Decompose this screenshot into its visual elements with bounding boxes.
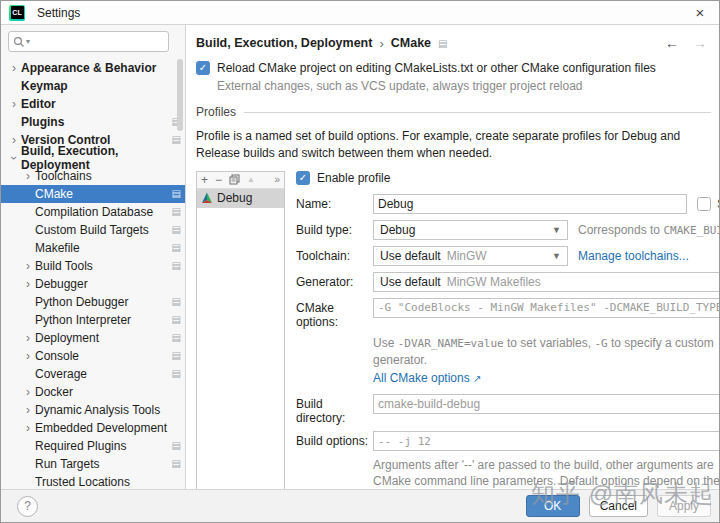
sidebar-item-python-interpreter[interactable]: Python Interpreter▤ bbox=[1, 311, 185, 329]
profile-name: Debug bbox=[217, 191, 252, 205]
sidebar-item-label: Editor bbox=[21, 97, 56, 111]
profiles-list: Debug bbox=[197, 189, 284, 208]
sidebar-item-docker[interactable]: ›Docker bbox=[1, 383, 185, 401]
profile-form: ✓ Enable profile Name: Share ? bbox=[296, 171, 719, 490]
sidebar-item-label: Python Debugger bbox=[35, 295, 128, 309]
sidebar-item-appearance-behavior[interactable]: ›Appearance & Behavior bbox=[1, 59, 185, 77]
chevron-down-icon: ▼ bbox=[552, 225, 561, 235]
sidebar-item-required-plugins[interactable]: Required Plugins▤ bbox=[1, 437, 185, 455]
sidebar-item-label: Debugger bbox=[35, 277, 88, 291]
chevron-right-icon[interactable]: › bbox=[21, 386, 35, 398]
ok-button[interactable]: OK bbox=[526, 495, 580, 517]
chevron-right-icon[interactable]: › bbox=[7, 98, 21, 110]
main-content: Build, Execution, Deployment › CMake ▤ ←… bbox=[186, 25, 719, 490]
cmake-options-input[interactable] bbox=[378, 301, 719, 314]
sidebar-item-label: Required Plugins bbox=[35, 439, 126, 453]
sidebar-item-label: Appearance & Behavior bbox=[21, 61, 156, 75]
sidebar-item-label: Deployment bbox=[35, 331, 99, 345]
cancel-button[interactable]: Cancel bbox=[589, 495, 648, 517]
build-directory-label: Build directory: bbox=[296, 394, 373, 425]
name-field[interactable] bbox=[373, 194, 687, 214]
generator-select[interactable]: Use default MinGW Makefiles ▼ bbox=[373, 272, 719, 292]
chevron-right-icon[interactable]: › bbox=[7, 134, 21, 146]
build-options-hint: Arguments after '--' are passed to the b… bbox=[373, 457, 719, 490]
sidebar-item-run-targets[interactable]: Run Targets▤ bbox=[1, 455, 185, 473]
sidebar-item-label: Python Interpreter bbox=[35, 313, 131, 327]
chevron-right-icon[interactable]: › bbox=[21, 170, 35, 182]
manage-toolchains-link[interactable]: Manage toolchains... bbox=[578, 246, 689, 266]
breadcrumb-section[interactable]: Build, Execution, Deployment bbox=[196, 36, 372, 50]
sidebar-item-deployment[interactable]: ›Deployment▤ bbox=[1, 329, 185, 347]
sidebar-scrollbar[interactable] bbox=[177, 59, 183, 487]
sidebar-item-compilation-database[interactable]: Compilation Database▤ bbox=[1, 203, 185, 221]
add-profile-icon[interactable]: + bbox=[201, 174, 208, 186]
copy-profile-icon[interactable] bbox=[229, 174, 240, 185]
sidebar-item-label: Embedded Development bbox=[35, 421, 167, 435]
build-directory-field[interactable] bbox=[373, 394, 719, 414]
search-icon bbox=[13, 36, 25, 48]
sidebar-item-plugins[interactable]: Plugins▤ bbox=[1, 113, 185, 131]
sidebar-item-embedded-development[interactable]: ›Embedded Development bbox=[1, 419, 185, 437]
breadcrumb-separator: › bbox=[379, 36, 383, 51]
help-button[interactable]: ? bbox=[17, 496, 38, 517]
search-field[interactable] bbox=[30, 35, 164, 49]
sidebar-item-dynamic-analysis-tools[interactable]: ›Dynamic Analysis Tools bbox=[1, 401, 185, 419]
sidebar-item-label: Console bbox=[35, 349, 79, 363]
sidebar-item-label: Plugins bbox=[21, 115, 64, 129]
enable-profile-checkbox[interactable]: ✓ bbox=[296, 171, 310, 185]
sidebar-item-editor[interactable]: ›Editor bbox=[1, 95, 185, 113]
name-label: Name: bbox=[296, 194, 373, 214]
chevron-right-icon[interactable]: › bbox=[21, 260, 35, 272]
sidebar-item-label: Toolchains bbox=[35, 169, 92, 183]
search-input[interactable]: ▾ bbox=[8, 31, 169, 52]
chevron-right-icon[interactable]: › bbox=[7, 62, 21, 74]
reload-hint: External changes, such as VCS update, al… bbox=[217, 79, 711, 93]
close-icon[interactable]: × bbox=[689, 4, 711, 21]
sidebar-item-cmake[interactable]: CMake▤ bbox=[1, 185, 185, 203]
sidebar-item-label: Trusted Locations bbox=[35, 475, 130, 489]
chevron-right-icon[interactable]: › bbox=[21, 422, 35, 434]
chevron-right-icon[interactable]: › bbox=[21, 404, 35, 416]
profiles-toolbar: + − ▲ » bbox=[197, 172, 284, 189]
sidebar-item-console[interactable]: ›Console▤ bbox=[1, 347, 185, 365]
toolchain-select[interactable]: Use default MinGW ▼ bbox=[373, 246, 568, 266]
forward-arrow-icon: → bbox=[693, 35, 707, 51]
reload-cmake-checkbox[interactable]: ✓ bbox=[196, 61, 210, 75]
profile-item-debug[interactable]: Debug bbox=[197, 189, 284, 208]
scrollbar-thumb[interactable] bbox=[177, 59, 183, 131]
chevron-right-icon[interactable]: › bbox=[21, 350, 35, 362]
sidebar-item-label: Custom Build Targets bbox=[35, 223, 149, 237]
sidebar-item-debugger[interactable]: ›Debugger bbox=[1, 275, 185, 293]
chevron-right-icon[interactable]: › bbox=[21, 278, 35, 290]
footer: ? OK Cancel Apply bbox=[1, 489, 719, 522]
build-options-input[interactable] bbox=[378, 435, 719, 448]
sidebar-item-coverage[interactable]: Coverage▤ bbox=[1, 365, 185, 383]
sidebar-item-build-execution-deployment[interactable]: ›Build, Execution, Deployment bbox=[1, 149, 185, 167]
sidebar-item-label: Keymap bbox=[21, 79, 68, 93]
profiles-section-title: Profiles bbox=[196, 105, 236, 119]
sidebar-item-makefile[interactable]: Makefile▤ bbox=[1, 239, 185, 257]
all-cmake-options-link[interactable]: All CMake options bbox=[373, 371, 470, 385]
build-options-label: Build options: bbox=[296, 431, 373, 451]
back-arrow-icon[interactable]: ← bbox=[665, 35, 679, 51]
profiles-section-header: Profiles bbox=[196, 105, 711, 119]
remove-profile-icon[interactable]: − bbox=[215, 174, 222, 186]
build-directory-input[interactable] bbox=[378, 397, 719, 411]
share-checkbox[interactable] bbox=[697, 197, 711, 211]
sidebar-item-build-tools[interactable]: ›Build Tools▤ bbox=[1, 257, 185, 275]
build-options-field[interactable] bbox=[373, 431, 719, 451]
profiles-panel: + − ▲ » Debug bbox=[196, 171, 285, 490]
chevron-down-icon[interactable]: › bbox=[8, 151, 20, 165]
more-actions-icon[interactable]: » bbox=[274, 174, 280, 185]
build-type-select[interactable]: Debug ▼ bbox=[373, 220, 568, 240]
sidebar-item-custom-build-targets[interactable]: Custom Build Targets▤ bbox=[1, 221, 185, 239]
external-link-icon: ↗ bbox=[473, 373, 481, 384]
clion-logo-icon: CL bbox=[9, 5, 25, 21]
sidebar-item-label: Makefile bbox=[35, 241, 80, 255]
name-input[interactable] bbox=[378, 197, 682, 211]
sidebar-item-python-debugger[interactable]: Python Debugger▤ bbox=[1, 293, 185, 311]
sidebar-item-keymap[interactable]: Keymap bbox=[1, 77, 185, 95]
chevron-right-icon[interactable]: › bbox=[21, 332, 35, 344]
cmake-options-field[interactable]: + bbox=[373, 298, 719, 318]
enable-profile-label: Enable profile bbox=[317, 171, 390, 185]
